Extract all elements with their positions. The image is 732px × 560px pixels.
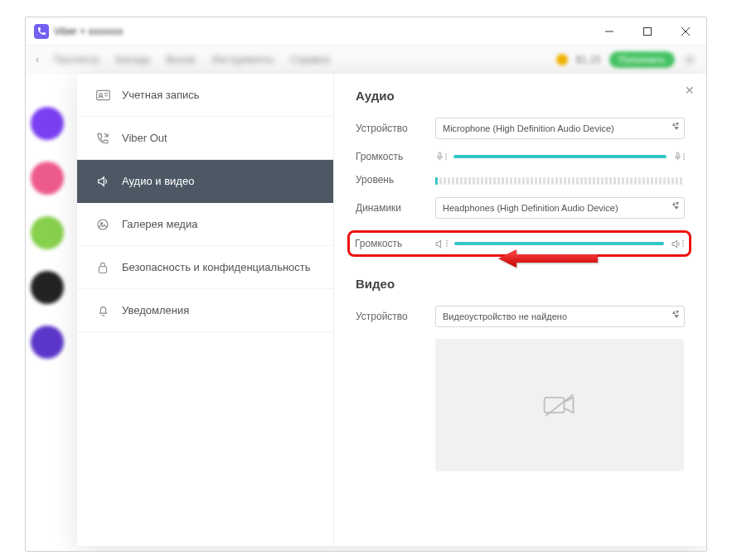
level-label: Уровень (356, 174, 427, 186)
gear-icon[interactable] (683, 53, 696, 66)
speaker-low-icon (434, 239, 448, 249)
sidebar-item-security[interactable]: Безопасность и конфиденциальность (77, 246, 333, 289)
video-heading: Видео (356, 277, 685, 291)
speaker-high-icon (671, 239, 684, 249)
phone-out-icon (95, 132, 110, 145)
speakers-label: Динамики (356, 202, 427, 214)
volume-label: Громкость (356, 151, 427, 162)
speaker-volume-label: Громкость (355, 238, 426, 249)
svg-point-4 (688, 58, 691, 61)
settings-modal: Учетная запись Viber Out Аудио и видео Г… (77, 74, 706, 546)
avatar[interactable] (31, 162, 64, 195)
settings-content: ✕ Аудио Устройство Microphone (High Defi… (334, 74, 706, 546)
app-window: Viber + xxxxxxx ‹ Просмотр Беседа Вызов … (25, 17, 707, 552)
mic-level-row: Уровень (356, 174, 685, 186)
video-device-row: Устройство Видеоустройство не найдено ▴▾ (356, 306, 685, 327)
sidebar-item-label: Галерея медиа (122, 218, 197, 230)
svg-rect-10 (99, 266, 106, 272)
sidebar-item-viber-out[interactable]: Viber Out (77, 117, 333, 160)
menu-item[interactable]: Беседа (116, 54, 150, 65)
mic-volume-slider[interactable] (453, 155, 667, 158)
audio-heading: Аудио (356, 89, 685, 103)
annotation-highlight: Громкость (347, 230, 691, 257)
svg-point-9 (101, 222, 103, 224)
sidebar-item-notifications[interactable]: Уведомления (77, 289, 333, 332)
close-icon[interactable]: ✕ (685, 84, 695, 97)
video-device-select[interactable]: Видеоустройство не найдено ▴▾ (435, 306, 685, 327)
video-device-label: Устройство (356, 311, 427, 322)
sidebar-item-label: Уведомления (122, 304, 189, 316)
svg-rect-1 (644, 27, 652, 35)
balance-text: $1.15 (576, 54, 601, 65)
mic-low-icon (435, 151, 447, 162)
mic-volume-row: Громкость (356, 151, 685, 162)
window-title: Viber + xxxxxxx (54, 26, 123, 37)
avatar[interactable] (31, 326, 64, 359)
svg-rect-6 (96, 90, 109, 99)
speaker-device-row: Динамики Headphones (High Definition Aud… (356, 197, 685, 219)
maximize-button[interactable] (628, 18, 667, 45)
close-window-button[interactable] (667, 18, 705, 45)
annotation-arrow-icon (498, 248, 598, 269)
sidebar-item-media-gallery[interactable]: Галерея медиа (77, 203, 333, 246)
device-label: Устройство (356, 123, 427, 134)
sidebar-item-label: Безопасность и конфиденциальность (122, 261, 311, 273)
contact-list (26, 74, 75, 551)
back-icon[interactable]: ‹ (36, 54, 39, 65)
svg-marker-13 (498, 249, 598, 268)
gallery-icon (95, 218, 110, 231)
speaker-volume-row: Громкость (355, 238, 684, 249)
sidebar-item-account[interactable]: Учетная запись (77, 74, 333, 117)
speaker-volume-slider[interactable] (454, 242, 664, 245)
coin-icon (556, 54, 568, 65)
svg-point-8 (98, 220, 108, 229)
minimize-button[interactable] (590, 18, 628, 45)
mic-device-row: Устройство Microphone (High Definition A… (356, 118, 685, 139)
bell-icon (95, 304, 110, 317)
mic-device-select[interactable]: Microphone (High Definition Audio Device… (435, 118, 685, 139)
sidebar-item-audio-video[interactable]: Аудио и видео (77, 160, 333, 203)
sidebar-item-label: Учетная запись (122, 89, 200, 101)
menu-item[interactable]: Справка (290, 54, 329, 65)
sidebar-item-label: Аудио и видео (122, 175, 194, 187)
avatar[interactable] (31, 107, 64, 140)
menu-item[interactable]: Инструменты (212, 54, 274, 65)
viber-logo-icon (34, 24, 49, 39)
id-card-icon (95, 89, 110, 101)
window-controls (590, 18, 705, 45)
avatar[interactable] (31, 216, 64, 249)
mic-high-icon (673, 151, 685, 162)
menu-item[interactable]: Просмотр (54, 54, 99, 65)
speaker-device-select[interactable]: Headphones (High Definition Audio Device… (435, 197, 685, 219)
svg-point-7 (99, 93, 102, 96)
camera-off-icon (541, 391, 578, 419)
speaker-icon (95, 175, 110, 188)
svg-rect-14 (545, 398, 565, 413)
settings-sidebar: Учетная запись Viber Out Аудио и видео Г… (77, 74, 334, 546)
svg-rect-11 (439, 152, 441, 157)
svg-rect-12 (676, 152, 679, 157)
topup-button[interactable]: Пополнить (609, 51, 675, 68)
lock-icon (95, 261, 110, 274)
app-menu-bar: ‹ Просмотр Беседа Вызов Инструменты Спра… (26, 46, 706, 74)
titlebar: Viber + xxxxxxx (26, 17, 706, 46)
sidebar-item-label: Viber Out (122, 132, 167, 144)
mic-level-meter (435, 175, 685, 185)
avatar[interactable] (31, 271, 64, 304)
video-preview (435, 339, 684, 471)
menu-item[interactable]: Вызов (166, 54, 195, 65)
